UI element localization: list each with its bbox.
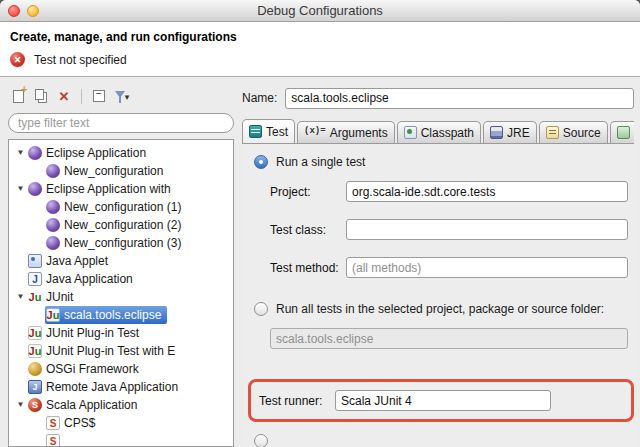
expander-icon[interactable] [14,396,27,414]
delete-configuration-button[interactable] [54,86,74,106]
tree-item-eclipse-application-with[interactable]: Eclipse Application with [9,180,233,198]
tab-jre[interactable]: JRE [483,121,537,143]
jre-tab-icon [490,126,503,139]
tree-item-new-configuration-1[interactable]: New_configuration (1) [9,198,233,216]
classpath-tab-icon [404,126,417,139]
chevron-down-icon [125,89,130,103]
tree-item-scala-application[interactable]: Scala Application [9,396,233,414]
expander-icon[interactable] [14,288,27,306]
junit-plugin-icon [28,344,42,358]
filter-menu-button[interactable] [112,86,132,106]
tree-item-junit-plugin-test-with-e[interactable]: JUnit Plug-in Test with E [9,342,233,360]
eclipse-application-icon [46,236,60,250]
eclipse-application-icon [28,182,42,196]
window-title: Debug Configurations [0,3,640,18]
project-input[interactable] [346,181,628,202]
name-input[interactable] [285,88,634,109]
filter-input[interactable] [8,113,234,133]
tree-item-new-configuration[interactable]: New_configuration [9,162,233,180]
toolbar-separator [81,89,82,104]
tree-item-remote-java-application[interactable]: Remote Java Application [9,378,233,396]
tree-item-new-configuration-3[interactable]: New_configuration (3) [9,234,233,252]
eclipse-application-icon [46,164,60,178]
tree-item-clipped[interactable] [9,432,233,447]
tab-label: Arguments [330,126,388,140]
collapse-all-button[interactable] [89,86,109,106]
tree-item-new-configuration-2[interactable]: New_configuration (2) [9,216,233,234]
tab-source[interactable]: Source [539,121,608,143]
eclipse-application-icon [46,218,60,232]
run-single-test-option[interactable]: Run a single test [254,155,628,169]
tab-classpath[interactable]: Classpath [397,121,481,143]
name-label: Name: [242,91,277,105]
tree-item-label: Remote Java Application [46,380,178,394]
tree-item-cps[interactable]: CPS$ [9,414,233,432]
scala-config-icon [46,434,60,447]
tree-item-label: Eclipse Application [46,146,146,160]
run-single-test-radio[interactable] [254,155,268,169]
tab-label: JRE [507,126,530,140]
tree-item-label: New_configuration (2) [64,218,181,232]
tab-label: Classpath [421,126,474,140]
test-method-row: Test method: [270,257,628,278]
tab-arguments[interactable]: (x)= Arguments [297,121,395,143]
tree-item-scala-tools-eclipse[interactable]: scala.tools.eclipse [9,306,233,324]
test-method-input[interactable] [346,257,628,278]
tree-item-osgi-framework[interactable]: OSGi Framework [9,360,233,378]
tab-label: Source [563,126,601,140]
run-all-tests-radio[interactable] [254,302,268,316]
close-button[interactable] [8,5,20,17]
test-tab-panel: Run a single test Project: Test class: T… [242,144,634,447]
duplicate-configuration-button[interactable] [31,86,51,106]
run-all-tests-option[interactable]: Run all tests in the selected project, p… [254,302,628,316]
tree-item-label: JUnit Plug-in Test [46,326,139,340]
expander-icon[interactable] [14,144,27,162]
tab-environment[interactable]: Envi [610,121,634,143]
eclipse-application-icon [28,146,42,160]
tree-item-label: New_configuration (1) [64,200,181,214]
source-tab-icon [546,126,559,139]
run-all-tests-label: Run all tests in the selected project, p… [276,302,604,316]
environment-tab-icon [617,126,630,139]
run-single-test-label: Run a single test [276,155,365,169]
window-titlebar[interactable]: Debug Configurations [0,0,640,22]
java-application-icon [28,272,42,286]
junit-plugin-icon [28,326,42,340]
source-folder-input [270,328,628,349]
tree-item-label: Java Application [46,272,133,286]
tree-item-java-applet[interactable]: Java Applet [9,252,233,270]
scala-config-icon [46,416,60,430]
expander-icon[interactable] [14,180,27,198]
error-row: Test not specified [10,52,630,67]
config-tabs: Test (x)= Arguments Classpath JRE Source [242,119,634,144]
tree-item-label: Java Applet [46,254,108,268]
test-class-input[interactable] [346,219,628,240]
tree-item-java-application[interactable]: Java Application [9,270,233,288]
source-folder-row [270,328,628,349]
new-configuration-button[interactable] [8,86,28,106]
name-row: Name: [242,87,634,109]
tree-item-eclipse-application[interactable]: Eclipse Application [9,144,233,162]
tree-item-label: Scala Application [46,398,137,412]
tab-test[interactable]: Test [242,119,295,143]
junit-config-icon [46,308,60,322]
filter-icon [115,91,125,98]
test-class-row: Test class: [270,219,628,240]
test-runner-select[interactable] [335,390,551,411]
tree-item-junit[interactable]: JUnit [9,288,233,306]
tree-item-junit-plugin-test[interactable]: JUnit Plug-in Test [9,324,233,342]
tab-label: Test [266,125,288,139]
test-runner-row: Test runner: [259,390,623,411]
test-runner-label: Test runner: [259,394,335,408]
arguments-tab-icon: (x)= [304,126,326,139]
clipped-radio-button[interactable] [254,434,268,447]
project-label: Project: [270,185,346,199]
test-tab-icon [249,125,262,138]
dialog-header: Create, manage, and run configurations T… [0,22,640,77]
tree-item-label: New_configuration (3) [64,236,181,250]
error-icon [10,52,25,67]
configurations-tree: Eclipse Application New_configuration Ec… [8,139,234,447]
minimize-button[interactable] [27,5,39,17]
delete-config-icon [59,90,70,103]
tree-item-label: New_configuration [64,164,163,178]
